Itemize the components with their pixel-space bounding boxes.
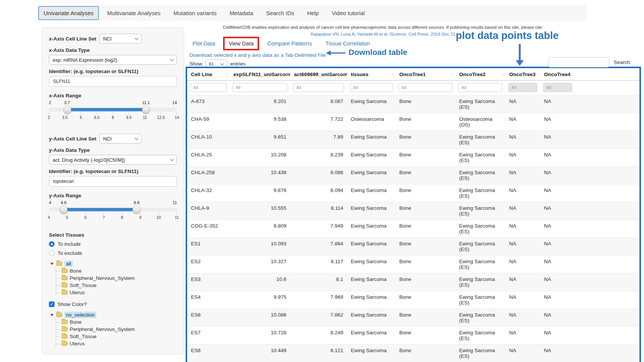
tree-node-label-soft-tissue[interactable]: Soft_Tissue <box>70 334 97 339</box>
cell-oncotree2: Ewing Sarcoma (ES) <box>455 220 505 238</box>
cell-cell-line: ES3 <box>187 273 230 291</box>
tree-item-uterus[interactable]: Uterus <box>56 289 177 296</box>
tick-mark <box>158 212 159 214</box>
filter-input-oncotree3[interactable] <box>508 83 537 92</box>
tab-view-data[interactable]: View Data <box>228 39 255 48</box>
sort-icon[interactable]: ↑↓ <box>225 72 228 76</box>
tree-item-peripheral-nervous-system[interactable]: Peripheral_Nervous_System <box>56 275 177 282</box>
x-axis-data-type-select[interactable]: exp: mRNA Expression (log2) <box>49 55 177 65</box>
slider-tick: 11 <box>175 212 179 220</box>
cell-oncotree2: Ewing Sarcoma (ES) <box>455 184 505 202</box>
plot-data-points-table-annotation: plot data points table <box>456 30 559 42</box>
tree-item-bone[interactable]: Bone <box>56 267 177 275</box>
column-header-oncotree2[interactable]: OncoTree2↑↓ <box>455 68 505 81</box>
tree-item-uterus[interactable]: Uterus <box>56 340 177 347</box>
control-sidebar: x-Axis Cell Line Set NCI x-Axis Data Typ… <box>42 27 184 354</box>
x-identifier-input[interactable] <box>49 76 177 87</box>
cell-oncotree3: NA <box>505 309 540 327</box>
column-header-cell-line[interactable]: Cell Line↑↓ <box>187 68 230 81</box>
radio-button-icon[interactable] <box>49 250 55 256</box>
show-color-option[interactable]: ✓ Show Color? <box>49 301 177 307</box>
y-axis-range-slider[interactable]: 44.88.8114567891011 <box>49 200 177 224</box>
tree-node-label-peripheral-nervous-system[interactable]: Peripheral_Nervous_System <box>70 326 135 332</box>
y-axis-cell-line-set-select[interactable]: NCI <box>99 134 142 144</box>
tree-node-label-bone[interactable]: Bone <box>70 268 82 274</box>
tree-item-bone[interactable]: Bone <box>56 318 177 326</box>
column-header-expslfn11-unisarcoma[interactable]: expSLFN11_uniSarcoma↑↓ <box>230 68 290 81</box>
tree-node-label-all[interactable]: all <box>64 261 73 267</box>
cell-spacer <box>575 309 639 327</box>
nav-item-mutation-variants[interactable]: Mutation variants <box>169 7 221 19</box>
tree-node-label-bone[interactable]: Bone <box>70 319 82 325</box>
slider-ticks: 23.556.589.51112.514 <box>49 112 177 121</box>
tree-item-soft-tissue[interactable]: Soft_Tissue <box>56 282 177 289</box>
column-header-oncotree4[interactable]: OncoTree4↑↓ <box>540 68 575 81</box>
sort-icon[interactable]: ↑↓ <box>501 72 503 76</box>
filter-input-oncotree1[interactable] <box>399 83 452 92</box>
tree-node-label-peripheral-nervous-system[interactable]: Peripheral_Nervous_System <box>70 275 135 281</box>
table-search-input[interactable] <box>549 57 609 67</box>
tree-node-label-soft-tissue[interactable]: Soft_Tissue <box>70 282 97 288</box>
tab-compare-patterns[interactable]: Compare Patterns <box>266 39 313 48</box>
nav-item-help[interactable]: Help <box>303 7 324 19</box>
tab-plot-data[interactable]: Plot Data <box>192 39 216 48</box>
radio-button-icon[interactable] <box>49 241 55 247</box>
filter-input-expslfn11-unisarcoma[interactable] <box>233 83 287 92</box>
sort-icon[interactable]: ↑↓ <box>342 72 345 76</box>
column-header-tissues[interactable]: tissues↑↓ <box>347 68 395 81</box>
cell-oncotree1: Bone <box>395 220 455 238</box>
tissues-include-option[interactable]: To include <box>49 241 177 247</box>
filter-cell-cell-line <box>187 81 230 95</box>
tissues-exclude-option[interactable]: To exclude <box>49 250 177 256</box>
chevron-down-icon <box>170 58 174 61</box>
cell-oncotree4: NA <box>540 220 575 238</box>
filter-input-cell-line[interactable] <box>190 83 227 92</box>
nav-item-univariate-analyses[interactable]: Univariate Analyses <box>38 6 99 20</box>
range-min-label: 4 <box>49 200 51 205</box>
tab-tissue-correlation[interactable]: Tissue Correlation <box>325 39 370 48</box>
cell-spacer <box>575 95 639 113</box>
cell-tissues: Ewing Sarcoma <box>347 202 395 220</box>
x-axis-range-slider[interactable]: 23.711.11423.556.589.51112.514 <box>49 100 177 124</box>
show-entries-suffix: entries <box>230 61 246 67</box>
tree-node-label-no-selection[interactable]: no_selection <box>64 312 96 318</box>
column-header-act609699-unisarcoma[interactable]: act609699_uniSarcoma↑↓ <box>290 68 347 81</box>
folder-icon <box>62 334 67 339</box>
sort-icon[interactable]: ↑↓ <box>451 72 453 76</box>
download-tab-delimited-link[interactable]: Download selected x and y axis data as a… <box>189 52 326 58</box>
column-header-oncotree1[interactable]: OncoTree1↑↓ <box>395 68 455 81</box>
filter-input-act609699-unisarcoma[interactable] <box>293 83 344 92</box>
tree-item-soft-tissue[interactable]: Soft_Tissue <box>56 333 177 340</box>
filter-input-oncotree4[interactable] <box>543 83 572 92</box>
nav-item-video-tutorial[interactable]: Video tutorial <box>327 7 369 19</box>
sort-icon[interactable]: ↑↓ <box>286 72 288 76</box>
y-axis-data-type-select[interactable]: act: Drug Activity (-log10[IC50M]) <box>49 155 177 165</box>
tree-node-label-uterus[interactable]: Uterus <box>70 341 85 346</box>
data-points-table: Cell Line↑↓expSLFN11_uniSarcoma↑↓act6096… <box>187 68 639 362</box>
tree-expand-icon[interactable] <box>50 314 53 316</box>
tree-item-peripheral-nervous-system[interactable]: Peripheral_Nervous_System <box>56 326 177 333</box>
sort-icon[interactable]: ↑↓ <box>391 72 394 76</box>
slider-track[interactable] <box>49 208 177 211</box>
cell-spacer <box>575 291 639 309</box>
checkbox-checked-icon[interactable]: ✓ <box>49 301 55 307</box>
sort-icon[interactable]: ↑↓ <box>536 72 538 76</box>
cell-oncotree2: Ewing Sarcoma (ES) <box>455 256 505 273</box>
column-header-oncotree3[interactable]: OncoTree3↑↓ <box>505 68 540 81</box>
cell-cell-line: ES2 <box>187 256 230 273</box>
filter-input-tissues[interactable] <box>350 83 392 92</box>
filter-input-oncotree2[interactable] <box>458 83 502 92</box>
filter-cell-oncotree4 <box>540 81 575 95</box>
nav-item-multivariate-analyses[interactable]: Multivariate Analyses <box>103 7 165 19</box>
tree-expand-icon[interactable] <box>50 263 53 265</box>
y-identifier-input[interactable] <box>49 176 177 187</box>
nav-item-search-ids[interactable]: Search IDs <box>261 7 299 19</box>
slider-track[interactable] <box>49 108 177 111</box>
tree-node-label-uterus[interactable]: Uterus <box>70 290 85 295</box>
tick-label: 11 <box>143 115 147 120</box>
x-axis-cell-line-set-select[interactable]: NCI <box>99 34 142 44</box>
slider-tick: 9 <box>139 212 142 220</box>
cell-oncotree2: Ewing Sarcoma (ES) <box>455 238 505 256</box>
sort-icon[interactable]: ↑↓ <box>571 72 573 76</box>
nav-item-metadata[interactable]: Metadata <box>225 7 258 19</box>
